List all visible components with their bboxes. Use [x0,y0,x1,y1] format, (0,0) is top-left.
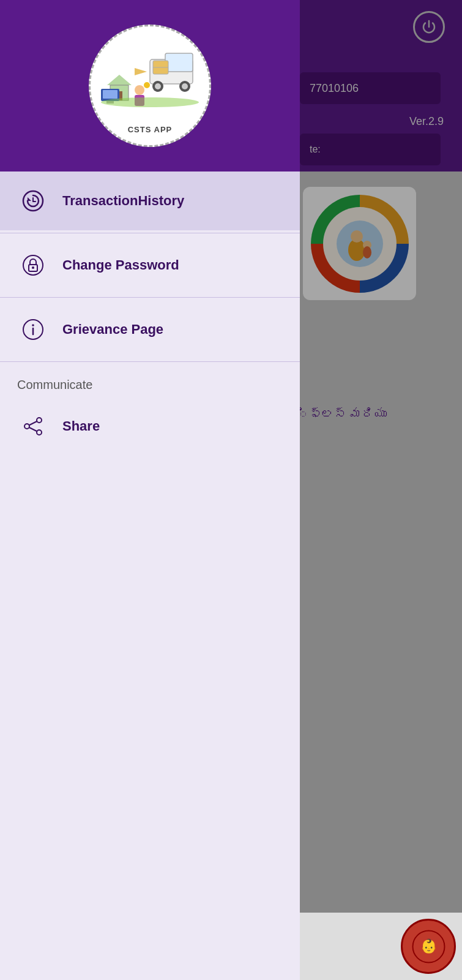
svg-marker-27 [28,197,31,201]
divider-3 [0,361,300,362]
svg-point-35 [32,324,34,326]
drawer-logo-label: CSTS APP [128,125,173,134]
sidebar-item-label-grievance-page: Grievance Page [62,322,163,337]
sidebar-item-label-share: Share [62,418,100,434]
lock-icon [17,249,49,281]
sidebar-item-share[interactable]: Share [0,397,300,456]
sidebar-item-grievance-page[interactable]: Grievance Page [0,300,300,359]
bottom-bar: 👶 [300,913,462,980]
drawer-overlay [300,0,462,913]
svg-point-32 [32,266,34,269]
svg-text:👶: 👶 [420,938,438,954]
svg-point-10 [155,83,161,89]
navigation-drawer: CSTS APP TransactionHistory [0,0,300,980]
svg-marker-15 [135,68,147,75]
svg-rect-8 [165,53,193,72]
sidebar-item-label-transaction-history: TransactionHistory [62,193,184,209]
communicate-section: Communicate Share [0,364,300,456]
sidebar-item-change-password[interactable]: Change Password [0,236,300,295]
share-icon [17,410,49,442]
svg-line-39 [29,421,37,425]
drawer-header: CSTS APP [0,0,300,172]
logo-illustration [95,38,205,124]
svg-marker-16 [107,75,132,85]
sidebar-item-label-change-password: Change Password [62,257,179,273]
divider-2 [0,297,300,298]
svg-point-25 [144,82,150,88]
svg-point-24 [101,97,199,107]
divider-1 [0,233,300,233]
svg-point-12 [182,83,188,89]
bottom-logo: 👶 [401,919,456,974]
svg-line-40 [29,428,37,431]
communicate-section-header: Communicate [0,364,300,397]
info-icon [17,314,49,345]
svg-rect-20 [103,90,117,99]
sidebar-item-transaction-history[interactable]: TransactionHistory [0,172,300,230]
drawer-menu: TransactionHistory Change Password [0,172,300,980]
svg-point-22 [135,85,144,95]
history-icon [17,185,49,217]
svg-point-38 [37,430,42,435]
svg-point-37 [24,424,29,429]
drawer-logo-circle: CSTS APP [89,24,211,147]
svg-point-36 [37,418,42,423]
menu-section-main: TransactionHistory Change Password [0,172,300,364]
